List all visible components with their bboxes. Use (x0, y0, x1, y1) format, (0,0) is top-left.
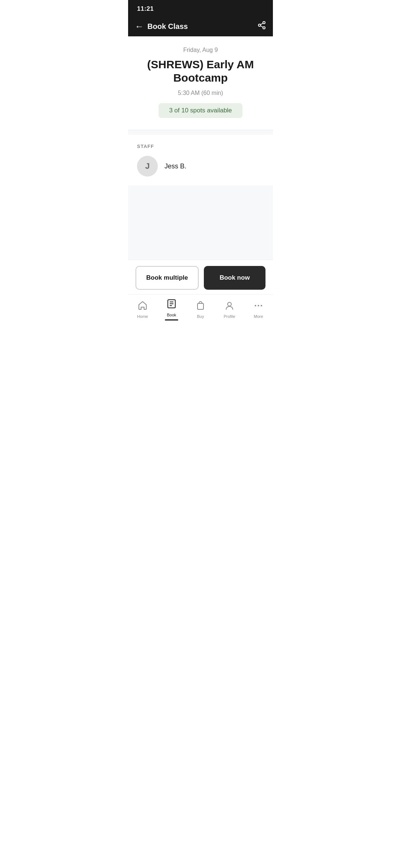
nav-label-buy: Buy (197, 314, 204, 319)
nav-title: Book Class (147, 22, 188, 31)
bottom-nav: Home Book Buy Prof (128, 294, 273, 329)
nav-label-profile: Profile (224, 314, 235, 319)
svg-line-3 (261, 26, 263, 27)
nav-item-buy[interactable]: Buy (186, 299, 215, 320)
book-multiple-button[interactable]: Book multiple (136, 266, 199, 290)
staff-section: STAFF J Jess B. (128, 135, 273, 185)
active-indicator (165, 319, 178, 320)
back-button[interactable]: ← (135, 22, 144, 31)
svg-point-12 (258, 305, 259, 306)
status-bar: 11:21 (128, 0, 273, 16)
book-icon (167, 299, 176, 311)
action-buttons: Book multiple Book now (128, 260, 273, 294)
share-button[interactable] (257, 21, 266, 32)
svg-point-0 (263, 22, 265, 24)
svg-point-2 (263, 27, 265, 29)
svg-point-11 (255, 305, 256, 306)
buy-icon (196, 301, 205, 313)
home-icon (138, 301, 147, 313)
nav-item-profile[interactable]: Profile (215, 299, 244, 320)
content-spacer (128, 185, 273, 260)
staff-avatar: J (137, 156, 158, 177)
staff-name: Jess B. (164, 162, 186, 170)
nav-item-book[interactable]: Book (157, 297, 186, 322)
class-name: (SHREWS) Early AM Bootcamp (137, 58, 264, 85)
nav-bar: ← Book Class (128, 16, 273, 36)
staff-initial: J (145, 161, 150, 171)
nav-label-more: More (254, 314, 263, 319)
staff-label: STAFF (137, 144, 264, 149)
nav-item-more[interactable]: More (244, 299, 273, 320)
more-icon (254, 301, 263, 313)
svg-point-1 (258, 24, 261, 26)
staff-item: J Jess B. (137, 156, 264, 177)
nav-item-home[interactable]: Home (128, 299, 157, 320)
svg-line-4 (261, 23, 263, 25)
nav-label-home: Home (137, 314, 148, 319)
svg-rect-9 (198, 303, 203, 309)
class-header: Friday, Aug 9 (SHREWS) Early AM Bootcamp… (128, 36, 273, 130)
class-date: Friday, Aug 9 (137, 47, 264, 53)
book-now-button[interactable]: Book now (204, 266, 265, 290)
svg-point-10 (228, 302, 231, 306)
class-time: 5:30 AM (60 min) (137, 90, 264, 96)
spots-badge: 3 of 10 spots available (159, 103, 242, 118)
svg-point-13 (261, 305, 262, 306)
status-time: 11:21 (137, 5, 154, 12)
nav-label-book: Book (167, 313, 176, 317)
profile-icon (225, 301, 234, 313)
main-content: Friday, Aug 9 (SHREWS) Early AM Bootcamp… (128, 36, 273, 260)
